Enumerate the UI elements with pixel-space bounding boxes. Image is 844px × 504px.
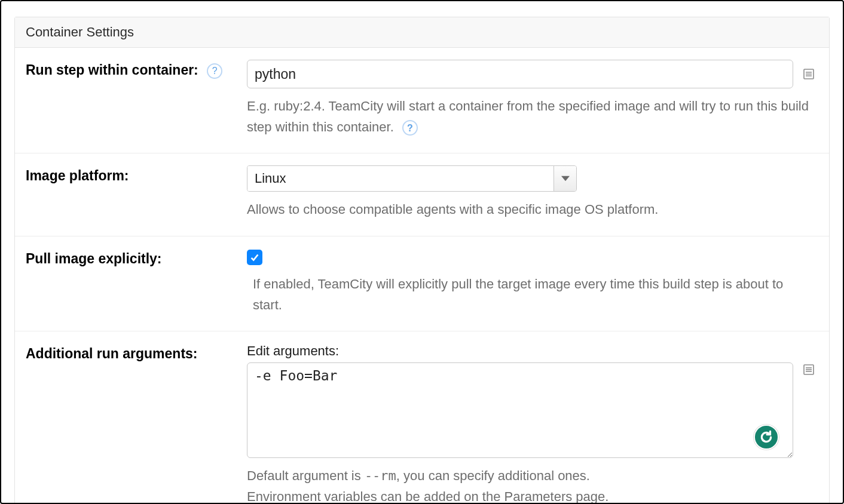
label-image-platform-text: Image platform:: [26, 168, 129, 183]
svg-marker-4: [561, 176, 570, 181]
hint-args-line2: Environment variables can be added on th…: [247, 489, 608, 504]
image-platform-select[interactable]: Linux: [247, 165, 577, 192]
label-run-step-container-text: Run step within container:: [26, 62, 198, 78]
row-additional-args: Additional run arguments: Edit arguments…: [15, 331, 829, 504]
hint-args-prefix: Default argument is: [247, 468, 365, 483]
label-image-platform: Image platform:: [15, 165, 247, 187]
help-icon[interactable]: ?: [402, 120, 418, 136]
field-run-step-container: E.g. ruby:2.4. TeamCity will start a con…: [247, 60, 829, 137]
help-icon[interactable]: ?: [207, 63, 222, 79]
hint-additional-args: Default argument is --rm, you can specif…: [247, 465, 816, 504]
row-image-platform: Image platform: Linux Allows to choose c…: [15, 153, 829, 236]
hint-pull-image: If enabled, TeamCity will explicitly pul…: [247, 273, 816, 315]
field-additional-args: Edit arguments: Default argument is --rm…: [247, 343, 829, 504]
hint-container-image: E.g. ruby:2.4. TeamCity will start a con…: [247, 96, 816, 137]
image-platform-value: Linux: [247, 166, 554, 191]
expand-editor-icon[interactable]: [802, 67, 816, 81]
args-textarea-row: [247, 362, 816, 458]
container-input-row: [247, 60, 816, 88]
container-settings-panel: Container Settings Run step within conta…: [14, 17, 830, 504]
row-pull-image: Pull image explicitly: If enabled, TeamC…: [15, 236, 829, 331]
label-additional-args-text: Additional run arguments:: [26, 346, 198, 361]
label-pull-image: Pull image explicitly:: [15, 248, 247, 270]
label-pull-image-text: Pull image explicitly:: [26, 251, 162, 266]
dropdown-icon: [554, 166, 576, 191]
field-image-platform: Linux Allows to choose compatible agents…: [247, 165, 829, 220]
grammarly-icon[interactable]: [754, 425, 779, 450]
row-run-step-container: Run step within container: ? E.g. ruby:2…: [15, 48, 829, 153]
field-pull-image: If enabled, TeamCity will explicitly pul…: [247, 248, 829, 315]
hint-image-platform: Allows to choose compatible agents with …: [247, 199, 816, 220]
pull-image-checkbox[interactable]: [247, 250, 262, 265]
label-run-step-container: Run step within container: ?: [15, 60, 247, 81]
label-additional-args: Additional run arguments:: [15, 343, 247, 365]
container-settings-frame: Container Settings Run step within conta…: [0, 0, 844, 504]
additional-args-textarea[interactable]: [247, 362, 793, 458]
hint-args-suffix: , you can specify additional ones.: [396, 468, 590, 483]
expand-editor-icon[interactable]: [802, 362, 816, 377]
sub-label-edit-arguments: Edit arguments:: [247, 343, 816, 359]
container-image-input[interactable]: [247, 60, 793, 88]
hint-args-code: --rm: [365, 468, 396, 483]
section-title: Container Settings: [15, 17, 829, 48]
hint-container-image-text: E.g. ruby:2.4. TeamCity will start a con…: [247, 99, 809, 134]
